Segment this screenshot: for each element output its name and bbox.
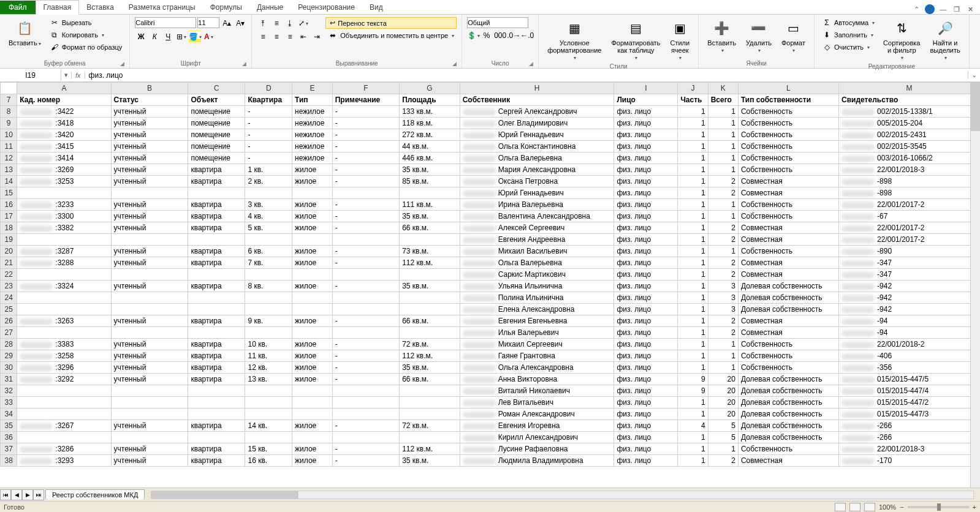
cell-M21[interactable]: -347 xyxy=(839,257,980,269)
cell-M23[interactable]: -942 xyxy=(839,280,980,292)
cell-M24[interactable]: -942 xyxy=(839,292,980,304)
cell-I36[interactable]: физ. лицо xyxy=(614,432,678,443)
cell-H16[interactable]: Ирина Валерьевна xyxy=(460,199,614,211)
cell-B11[interactable]: учтенный xyxy=(111,141,188,152)
bold-button[interactable]: Ж xyxy=(135,31,147,43)
cell-J28[interactable]: 1 xyxy=(678,339,708,350)
cell-F31[interactable]: - xyxy=(332,374,399,385)
row-header[interactable]: 38 xyxy=(1,455,17,467)
fill-color-button[interactable]: 🪣 xyxy=(189,31,201,43)
cell-M14[interactable]: -898 xyxy=(839,176,980,187)
cell-K19[interactable]: 2 xyxy=(708,234,738,246)
tab-review[interactable]: Рецензирование xyxy=(291,1,362,14)
cell-C25[interactable] xyxy=(188,304,245,315)
cell-I30[interactable]: физ. лицо xyxy=(614,362,678,374)
cell-G34[interactable] xyxy=(400,408,460,420)
cell-B21[interactable]: учтенный xyxy=(111,257,188,269)
cell-I22[interactable]: физ. лицо xyxy=(614,269,678,280)
cell-L34[interactable]: Долевая собственность xyxy=(738,408,838,420)
cell-D13[interactable]: 1 кв. xyxy=(245,164,292,176)
tab-formulas[interactable]: Формулы xyxy=(203,1,249,14)
cell-K28[interactable]: 1 xyxy=(708,339,738,350)
cell-B13[interactable]: учтенный xyxy=(111,164,188,176)
cell-H25[interactable]: Елена Александровна xyxy=(460,304,614,315)
cell-J8[interactable]: 1 xyxy=(678,106,708,118)
cell-I16[interactable]: физ. лицо xyxy=(614,199,678,211)
cell-L22[interactable]: Совместная xyxy=(738,269,838,280)
cell-J9[interactable]: 1 xyxy=(678,118,708,129)
cell-C24[interactable] xyxy=(188,292,245,304)
cell-C30[interactable]: квартира xyxy=(188,362,245,374)
wrap-text-button[interactable]: ↩Перенос текста xyxy=(325,17,457,29)
merge-center-button[interactable]: ⬌Объединить и поместить в центре xyxy=(325,30,457,41)
row-header[interactable]: 35 xyxy=(1,420,17,432)
cell-J21[interactable]: 1 xyxy=(678,257,708,269)
cell-C20[interactable]: квартира xyxy=(188,246,245,257)
dialog-launcher-icon[interactable]: ◢ xyxy=(120,61,124,67)
cell-E23[interactable]: жилое xyxy=(292,280,333,292)
row-header[interactable]: 31 xyxy=(1,374,17,385)
cut-button[interactable]: ✂Вырезать xyxy=(47,17,125,28)
cell-D16[interactable]: 3 кв. xyxy=(245,199,292,211)
cell-H22[interactable]: Саркис Мартикович xyxy=(460,269,614,280)
cell-E15[interactable] xyxy=(292,187,333,199)
cell-B15[interactable] xyxy=(111,187,188,199)
cell-K33[interactable]: 20 xyxy=(708,397,738,408)
cell-F9[interactable]: - xyxy=(332,118,399,129)
cell-A36[interactable] xyxy=(17,432,111,443)
cell-E34[interactable] xyxy=(292,408,333,420)
cell-A30[interactable]: :3296 xyxy=(17,362,111,374)
cell-E12[interactable]: нежилое xyxy=(292,152,333,164)
cell-J31[interactable]: 9 xyxy=(678,374,708,385)
column-header-G[interactable]: G xyxy=(400,83,460,94)
horizontal-scrollbar[interactable] xyxy=(151,491,974,499)
cell-J27[interactable]: 1 xyxy=(678,327,708,339)
cell-L20[interactable]: Собственность xyxy=(738,246,838,257)
underline-button[interactable]: Ч xyxy=(162,31,174,43)
cell-M18[interactable]: 22/001/2017-2 xyxy=(839,222,980,234)
cell-K32[interactable]: 20 xyxy=(708,385,738,397)
cell-K21[interactable]: 2 xyxy=(708,257,738,269)
cell-J12[interactable]: 1 xyxy=(678,152,708,164)
cell-L28[interactable]: Собственность xyxy=(738,339,838,350)
cell-H11[interactable]: Ольга Константиновна xyxy=(460,141,614,152)
cell-H21[interactable]: Ольга Валерьевна xyxy=(460,257,614,269)
zoom-level[interactable]: 100% xyxy=(879,503,896,511)
cell-D19[interactable] xyxy=(245,234,292,246)
row-header[interactable]: 33 xyxy=(1,397,17,408)
cell-B37[interactable]: учтенный xyxy=(111,443,188,455)
cell-G30[interactable]: 35 кв.м. xyxy=(400,362,460,374)
cell-L25[interactable]: Долевая собственность xyxy=(738,304,838,315)
row-header[interactable]: 28 xyxy=(1,339,17,350)
cell-K10[interactable]: 1 xyxy=(708,129,738,141)
cell-H9[interactable]: Олег Владимирович xyxy=(460,118,614,129)
cell-L38[interactable]: Совместная xyxy=(738,455,838,467)
cell-G19[interactable] xyxy=(400,234,460,246)
cell-J30[interactable]: 1 xyxy=(678,362,708,374)
sheet-tab[interactable]: Реестр собственников МКД xyxy=(45,489,145,500)
cell-D34[interactable] xyxy=(245,408,292,420)
cell-E9[interactable]: нежилое xyxy=(292,118,333,129)
cell-K23[interactable]: 3 xyxy=(708,280,738,292)
cell-E30[interactable]: жилое xyxy=(292,362,333,374)
decrease-indent-button[interactable]: ⇤ xyxy=(297,31,310,43)
column-header-A[interactable]: A xyxy=(17,83,111,94)
cell-K13[interactable]: 1 xyxy=(708,164,738,176)
help-icon[interactable]: ? xyxy=(925,4,935,14)
cell-E33[interactable] xyxy=(292,397,333,408)
cell-C34[interactable] xyxy=(188,408,245,420)
cell-M33[interactable]: 015/2015-447/2 xyxy=(839,397,980,408)
format-cells-button[interactable]: ▭Формат xyxy=(778,17,809,55)
paste-button[interactable]: 📋 Вставить xyxy=(5,17,45,48)
currency-button[interactable]: 💲 xyxy=(467,29,479,42)
cell-A13[interactable]: :3269 xyxy=(17,164,111,176)
cell-K34[interactable]: 20 xyxy=(708,408,738,420)
cell-G35[interactable]: 72 кв.м. xyxy=(400,420,460,432)
cell-B18[interactable]: учтенный xyxy=(111,222,188,234)
cell-L12[interactable]: Собственность xyxy=(738,152,838,164)
cell-G29[interactable]: 112 кв.м. xyxy=(400,350,460,362)
cell-F29[interactable]: - xyxy=(332,350,399,362)
cell-L10[interactable]: Собственность xyxy=(738,129,838,141)
cell-F38[interactable]: - xyxy=(332,455,399,467)
ribbon-minimize-icon[interactable]: ⌃ xyxy=(911,4,921,14)
